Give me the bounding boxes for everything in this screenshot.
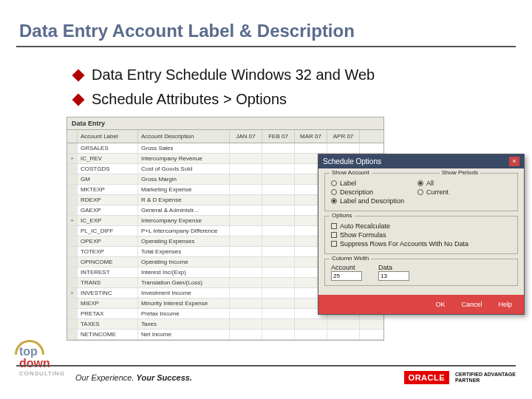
table-row[interactable]: TAXESTaxes xyxy=(67,319,383,330)
screenshot-area: Data Entry Account Label Account Descrip… xyxy=(66,117,480,324)
radio-icon xyxy=(331,180,337,186)
cell-label: TRANS xyxy=(78,278,138,287)
cell-month[interactable] xyxy=(295,319,327,329)
cell-month[interactable] xyxy=(262,174,295,184)
cell-month[interactable] xyxy=(230,143,262,153)
show-account-group: Show Account Label Description Label and… xyxy=(331,178,404,206)
expand-icon[interactable]: + xyxy=(67,154,78,163)
dialog-titlebar: Schedule Options × xyxy=(318,154,524,168)
radio-option[interactable]: Label and Description xyxy=(331,197,404,205)
expand-icon[interactable] xyxy=(67,143,78,153)
cell-month[interactable] xyxy=(262,309,295,318)
cell-month[interactable] xyxy=(230,154,262,163)
cell-month[interactable] xyxy=(230,257,262,267)
checkbox-option[interactable]: Suppress Rows For Accounts With No Data xyxy=(331,240,511,248)
expand-icon[interactable] xyxy=(67,299,78,308)
cell-month[interactable] xyxy=(262,195,295,205)
cell-month[interactable] xyxy=(262,164,295,174)
cell-month[interactable] xyxy=(262,205,295,215)
cell-month[interactable] xyxy=(230,319,262,329)
cell-month[interactable] xyxy=(327,319,360,329)
expand-icon[interactable] xyxy=(67,267,78,277)
cell-desc: Operating Expenses xyxy=(138,236,230,246)
cell-month[interactable] xyxy=(230,278,262,287)
cell-month[interactable] xyxy=(295,143,327,153)
cancel-button[interactable]: Cancel xyxy=(455,299,488,310)
cell-month[interactable] xyxy=(262,143,295,153)
radio-option[interactable]: Description xyxy=(331,188,404,196)
expand-icon[interactable] xyxy=(67,164,78,174)
account-width-input[interactable] xyxy=(331,271,362,281)
data-width-input[interactable] xyxy=(378,271,409,281)
cell-label: GRSALES xyxy=(78,143,138,153)
cell-month[interactable] xyxy=(230,185,262,194)
cell-desc: Gross Sales xyxy=(138,143,230,153)
cell-month[interactable] xyxy=(230,164,262,174)
cell-month[interactable] xyxy=(230,236,262,246)
cell-month[interactable] xyxy=(230,174,262,184)
header-month: FEB 07 xyxy=(262,130,295,143)
cell-month[interactable] xyxy=(262,257,295,267)
cell-label: COSTGDS xyxy=(78,164,138,174)
cell-month[interactable] xyxy=(230,330,262,339)
expand-icon[interactable] xyxy=(67,330,78,339)
cell-month[interactable] xyxy=(230,195,262,205)
cell-month[interactable] xyxy=(262,236,295,246)
cell-month[interactable] xyxy=(327,143,360,153)
cell-month[interactable] xyxy=(262,267,295,277)
expand-icon[interactable] xyxy=(67,236,78,246)
expand-icon[interactable] xyxy=(67,185,78,194)
radio-option[interactable]: All xyxy=(417,180,449,187)
cell-month[interactable] xyxy=(262,154,295,163)
expand-icon[interactable] xyxy=(67,309,78,318)
cell-label: PL_IC_DIFF xyxy=(78,226,138,236)
cell-month[interactable] xyxy=(230,288,262,298)
cell-month[interactable] xyxy=(262,278,295,287)
table-row[interactable]: NETINCOMENet Income xyxy=(67,330,383,340)
expand-icon[interactable] xyxy=(67,247,78,256)
cell-desc: Net Income xyxy=(138,330,230,339)
cell-month[interactable] xyxy=(230,309,262,318)
header-month: JAN 07 xyxy=(230,130,262,143)
expand-icon[interactable]: + xyxy=(67,216,78,225)
table-row[interactable]: GRSALESGross Sales xyxy=(67,143,383,154)
cell-month[interactable] xyxy=(327,330,360,339)
expand-icon[interactable] xyxy=(67,195,78,205)
cell-month[interactable] xyxy=(262,247,295,256)
cell-month[interactable] xyxy=(262,299,295,308)
show-section: Show Account Label Description Label and… xyxy=(324,173,518,211)
cell-month[interactable] xyxy=(262,288,295,298)
checkbox-option[interactable]: Show Formulas xyxy=(331,231,511,239)
cell-month[interactable] xyxy=(262,185,295,194)
expand-icon[interactable]: + xyxy=(67,288,78,298)
cell-month[interactable] xyxy=(262,330,295,339)
expand-icon[interactable] xyxy=(67,257,78,267)
group-legend: Options xyxy=(330,212,355,219)
expand-icon[interactable] xyxy=(67,226,78,236)
cell-label: MIEXP xyxy=(78,299,138,308)
cell-month[interactable] xyxy=(230,299,262,308)
radio-option[interactable]: Label xyxy=(331,180,404,187)
expand-icon[interactable] xyxy=(67,278,78,287)
expand-icon[interactable] xyxy=(67,319,78,329)
cell-month[interactable] xyxy=(230,205,262,215)
cell-label: GM xyxy=(78,174,138,184)
cell-month[interactable] xyxy=(230,216,262,225)
cell-month[interactable] xyxy=(230,247,262,256)
cell-month[interactable] xyxy=(262,226,295,236)
cell-month[interactable] xyxy=(230,267,262,277)
cell-desc: Interest Inc/(Exp) xyxy=(138,267,230,277)
cell-month[interactable] xyxy=(262,216,295,225)
radio-option[interactable]: Current xyxy=(417,188,449,196)
expand-icon[interactable] xyxy=(67,174,78,184)
close-icon[interactable]: × xyxy=(509,157,519,166)
expand-icon[interactable] xyxy=(67,205,78,215)
cell-desc: Intercompany Expense xyxy=(138,216,230,225)
help-button[interactable]: Help xyxy=(492,299,518,310)
cell-month[interactable] xyxy=(295,330,327,339)
cell-month[interactable] xyxy=(262,319,295,329)
checkbox-icon xyxy=(331,241,337,247)
ok-button[interactable]: OK xyxy=(429,299,451,310)
checkbox-option[interactable]: Auto Recalculate xyxy=(331,222,511,230)
cell-month[interactable] xyxy=(230,226,262,236)
